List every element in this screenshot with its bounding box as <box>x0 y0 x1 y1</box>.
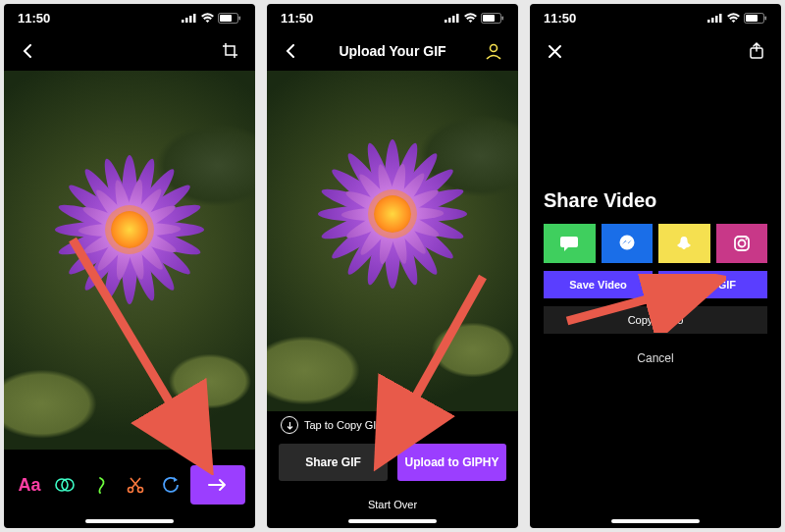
upload-actions: Tap to Copy GIF Share GIF Upload to GIPH… <box>267 411 518 528</box>
share-instagram[interactable] <box>716 224 768 263</box>
status-bar: 11:50 <box>530 4 781 31</box>
share-icon[interactable] <box>746 40 767 62</box>
svg-point-29 <box>619 235 634 249</box>
signal-icon <box>445 13 460 23</box>
svg-rect-26 <box>746 15 758 22</box>
home-indicator <box>85 519 174 523</box>
top-bar <box>4 31 255 71</box>
svg-rect-5 <box>220 15 232 22</box>
screen-editor: 11:50 Aa <box>4 4 255 528</box>
status-bar: 11:50 <box>4 4 255 31</box>
share-targets <box>544 224 767 263</box>
upload-giphy-button[interactable]: Upload to GIPHY <box>397 444 506 481</box>
back-icon[interactable] <box>281 40 302 62</box>
start-over-button[interactable]: Start Over <box>279 481 506 518</box>
status-indicators <box>182 13 241 24</box>
share-messages[interactable] <box>544 224 596 263</box>
signal-icon <box>707 13 723 23</box>
battery-icon <box>218 13 241 24</box>
screen-upload: 11:50 Upload Your GIF Tap to Copy GIF Sh… <box>267 4 518 528</box>
status-time: 11:50 <box>544 11 576 26</box>
svg-rect-21 <box>707 20 710 23</box>
loop-tool[interactable] <box>155 465 186 505</box>
share-gif-button[interactable]: Share GIF <box>279 444 388 481</box>
wifi-icon <box>200 13 215 24</box>
next-button[interactable] <box>190 465 245 505</box>
save-gif-button[interactable]: Save GIF <box>658 271 767 298</box>
battery-icon <box>481 13 504 24</box>
close-icon[interactable] <box>544 40 565 62</box>
copy-icon <box>281 416 298 434</box>
editor-toolbar: Aa <box>4 450 255 528</box>
status-time: 11:50 <box>281 11 313 26</box>
battery-icon <box>744 13 767 24</box>
svg-rect-2 <box>189 16 192 23</box>
copy-video-button[interactable]: Copy Video <box>544 306 767 334</box>
gif-preview[interactable] <box>267 71 518 411</box>
status-indicators <box>707 13 767 24</box>
screen-share: 11:50 Share Video Save Video Save GIF Co… <box>530 4 781 528</box>
share-messenger[interactable] <box>602 224 654 263</box>
svg-point-31 <box>738 239 745 246</box>
svg-point-32 <box>745 238 747 239</box>
svg-rect-15 <box>456 14 459 23</box>
svg-rect-1 <box>185 18 188 23</box>
svg-rect-22 <box>711 18 714 23</box>
top-bar: Upload Your GIF <box>267 31 518 71</box>
svg-point-19 <box>491 45 497 52</box>
svg-rect-18 <box>502 16 504 20</box>
svg-rect-14 <box>452 16 455 23</box>
status-time: 11:50 <box>18 11 50 26</box>
image-preview[interactable] <box>4 71 255 450</box>
svg-rect-6 <box>239 16 241 20</box>
draw-tool[interactable] <box>84 465 116 505</box>
home-indicator <box>611 519 700 523</box>
profile-icon[interactable] <box>483 40 504 62</box>
status-bar: 11:50 <box>267 4 518 31</box>
trim-tool[interactable] <box>120 465 151 505</box>
status-indicators <box>445 13 504 24</box>
svg-rect-24 <box>719 14 722 23</box>
svg-rect-23 <box>715 16 718 23</box>
top-bar <box>530 31 781 71</box>
svg-point-10 <box>138 488 143 493</box>
page-title: Upload Your GIF <box>302 43 483 59</box>
save-video-button[interactable]: Save Video <box>544 271 653 298</box>
svg-rect-0 <box>182 20 184 23</box>
svg-rect-12 <box>445 20 447 23</box>
text-tool[interactable]: Aa <box>14 465 45 505</box>
svg-rect-17 <box>483 15 495 22</box>
wifi-icon <box>463 13 478 24</box>
signal-icon <box>182 13 197 23</box>
share-title: Share Video <box>544 189 767 212</box>
svg-rect-27 <box>765 16 767 20</box>
cancel-button[interactable]: Cancel <box>544 351 767 365</box>
share-snapchat[interactable] <box>658 224 710 263</box>
svg-point-9 <box>129 488 133 493</box>
svg-rect-13 <box>448 18 451 23</box>
home-indicator <box>348 519 437 523</box>
sticker-tool[interactable] <box>49 465 80 505</box>
tap-copy-label: Tap to Copy GIF <box>304 419 383 431</box>
crop-icon[interactable] <box>220 40 241 62</box>
wifi-icon <box>726 13 741 24</box>
back-icon[interactable] <box>18 40 39 62</box>
tap-to-copy[interactable]: Tap to Copy GIF <box>279 411 506 444</box>
share-sheet: Share Video Save Video Save GIF Copy Vid… <box>530 71 781 528</box>
svg-rect-3 <box>193 14 196 23</box>
